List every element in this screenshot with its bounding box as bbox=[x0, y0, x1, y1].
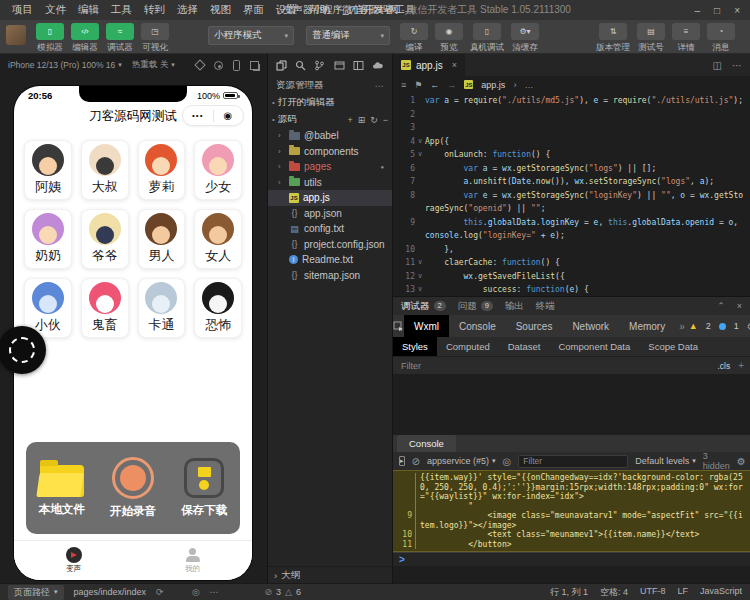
console-tab[interactable]: Console bbox=[397, 435, 456, 452]
collapse-panel-icon[interactable]: ⌃ bbox=[717, 301, 725, 311]
code-area[interactable]: 1var a = require("./utils/md5.js"), e = … bbox=[393, 93, 750, 296]
open-editors-section[interactable]: • 打开的编辑器 bbox=[268, 94, 392, 111]
fold-icon[interactable]: ∨ bbox=[415, 148, 425, 162]
status-item[interactable]: UTF-8 bbox=[640, 586, 666, 599]
capsule-menu[interactable]: ••• ◉ bbox=[182, 105, 244, 126]
voice-avatar-card[interactable]: 大叔 bbox=[81, 140, 129, 200]
view-toggle-button[interactable]: ◳可视化 bbox=[141, 23, 169, 54]
tree-item[interactable]: {}app.json bbox=[268, 206, 392, 222]
menu-item[interactable]: 选择 bbox=[171, 3, 204, 17]
status-item[interactable]: 空格: 4 bbox=[600, 586, 628, 599]
tree-item[interactable]: ›components bbox=[268, 144, 392, 160]
mode-select[interactable]: 小程序模式 ▾ bbox=[208, 26, 294, 45]
clear-console-icon[interactable]: ⊘ bbox=[412, 456, 420, 467]
status-item[interactable]: 行 1, 列 1 bbox=[550, 586, 588, 599]
current-page-path[interactable]: pages/index/index bbox=[74, 587, 147, 597]
fold-icon[interactable]: ∨ bbox=[415, 135, 425, 149]
console-prompt-row[interactable]: > bbox=[393, 552, 750, 566]
more-tabs-icon[interactable]: » bbox=[675, 321, 689, 332]
project-section[interactable]: • 源码 + ⊞ ↻ − bbox=[268, 111, 392, 128]
tree-item[interactable]: ›pages● bbox=[268, 159, 392, 175]
search-icon[interactable] bbox=[295, 60, 306, 71]
devtools-tab-console[interactable]: Console bbox=[449, 315, 506, 337]
styles-tab[interactable]: Scope Data bbox=[639, 337, 707, 356]
voice-avatar-card[interactable]: 恐怖 bbox=[194, 278, 242, 338]
screenshot-icon[interactable] bbox=[250, 61, 259, 70]
fold-icon[interactable]: ∨ bbox=[415, 283, 425, 296]
panel-tab[interactable]: 终端 bbox=[536, 300, 555, 313]
problems-indicator[interactable]: ⊘ 3 △ 6 bbox=[264, 587, 301, 597]
new-folder-icon[interactable]: ⊞ bbox=[358, 115, 366, 125]
voice-avatar-card[interactable]: 男人 bbox=[138, 209, 186, 269]
compile-action-button[interactable]: ⚙▾清缓存 bbox=[511, 23, 539, 54]
tabbar-item-profile[interactable]: 我的 bbox=[133, 541, 252, 580]
right-action-button[interactable]: ≡详情 bbox=[672, 23, 700, 54]
eye-icon[interactable]: ◎ bbox=[502, 456, 511, 467]
collapse-all-icon[interactable]: − bbox=[383, 115, 388, 125]
tabbar-item-voice[interactable]: 变声 bbox=[14, 541, 133, 580]
new-file-icon[interactable]: + bbox=[347, 115, 352, 125]
styles-tab[interactable]: Component Data bbox=[549, 337, 639, 356]
right-action-button[interactable]: ⇅版本管理 bbox=[596, 23, 630, 54]
voice-avatar-card[interactable]: 奶奶 bbox=[24, 209, 72, 269]
tree-item[interactable]: ▤config.txt bbox=[268, 221, 392, 237]
more-actions-icon[interactable]: ⋯ bbox=[375, 80, 385, 91]
menu-item[interactable]: 界面 bbox=[237, 3, 270, 17]
compile-mode-select[interactable]: 普通编译 ▾ bbox=[306, 26, 390, 45]
breadcrumb-more[interactable]: … bbox=[524, 80, 533, 90]
vinyl-record-icon[interactable] bbox=[0, 326, 46, 374]
panel-tab[interactable]: 调试器2 bbox=[401, 300, 446, 313]
voice-avatar-card[interactable]: 少女 bbox=[194, 140, 242, 200]
status-item[interactable]: LF bbox=[677, 586, 688, 599]
phone-action-save[interactable]: 保存下载 bbox=[181, 458, 227, 518]
execution-context-select[interactable]: appservice (#5)▾ bbox=[427, 456, 496, 466]
tree-item[interactable]: ›@babel bbox=[268, 128, 392, 144]
right-action-button[interactable]: ▤测试号 bbox=[637, 23, 665, 54]
tree-item[interactable]: iReadme.txt bbox=[268, 252, 392, 268]
close-button[interactable]: × bbox=[734, 5, 740, 16]
styles-tab[interactable]: Styles bbox=[393, 337, 437, 356]
more-icon[interactable]: ⋯ bbox=[209, 587, 218, 597]
fold-icon[interactable]: ∨ bbox=[415, 270, 425, 284]
log-levels-select[interactable]: Default levels▾ bbox=[635, 456, 696, 466]
console-sidebar-icon[interactable]: ▸ bbox=[399, 456, 405, 466]
device-select[interactable]: iPhone 12/13 (Pro) 100% 16▾ bbox=[8, 60, 122, 70]
gear-icon[interactable]: ⚙ bbox=[737, 456, 746, 467]
exit-miniprogram-icon[interactable]: ◉ bbox=[214, 110, 244, 121]
forward-icon[interactable]: → bbox=[447, 80, 456, 90]
devtools-tab-sources[interactable]: Sources bbox=[506, 315, 563, 337]
menu-item[interactable]: 工具 bbox=[105, 3, 138, 17]
cloud-icon[interactable] bbox=[372, 60, 384, 71]
menu-item[interactable]: 转到 bbox=[138, 3, 171, 17]
page-path-select[interactable]: 页面路径 ▾ bbox=[8, 585, 64, 600]
cls-toggle[interactable]: .cls bbox=[717, 361, 730, 371]
new-style-rule-icon[interactable]: + bbox=[738, 360, 744, 371]
console-filter-input[interactable] bbox=[518, 455, 628, 468]
voice-avatar-card[interactable]: 卡通 bbox=[138, 278, 186, 338]
eye-icon[interactable]: ◎ bbox=[192, 587, 200, 597]
more-actions-icon[interactable]: ⋯ bbox=[732, 60, 742, 71]
fold-icon[interactable]: ∨ bbox=[415, 256, 425, 270]
tree-item[interactable]: {}project.config.json bbox=[268, 237, 392, 253]
maximize-button[interactable]: □ bbox=[714, 5, 720, 16]
close-icon[interactable]: × bbox=[452, 60, 457, 70]
styles-filter-input[interactable] bbox=[399, 360, 717, 372]
tree-item[interactable]: {}sitemap.json bbox=[268, 268, 392, 284]
refresh-icon[interactable]: ↻ bbox=[370, 115, 378, 125]
devtools-tab-wxml[interactable]: Wxml bbox=[404, 315, 449, 337]
inspect-element-icon[interactable] bbox=[393, 321, 404, 332]
panel-tab[interactable]: 输出 bbox=[505, 300, 524, 313]
voice-avatar-card[interactable]: 阿姨 bbox=[24, 140, 72, 200]
voice-avatar-card[interactable]: 女人 bbox=[194, 209, 242, 269]
status-item[interactable]: JavaScript bbox=[700, 586, 742, 599]
refresh-page-icon[interactable]: ⟳ bbox=[156, 587, 164, 597]
voice-avatar-card[interactable]: 鬼畜 bbox=[81, 278, 129, 338]
compile-action-button[interactable]: ◉预览 bbox=[435, 23, 463, 54]
right-action-button[interactable]: ◔消息 bbox=[707, 23, 735, 54]
breadcrumb-file[interactable]: app.js bbox=[481, 80, 505, 90]
window-icon[interactable] bbox=[334, 60, 345, 71]
more-menu-icon[interactable]: ••• bbox=[183, 111, 213, 120]
warning-icon[interactable]: ▲ bbox=[689, 321, 698, 331]
outline-section[interactable]: › 大纲 bbox=[268, 566, 392, 583]
back-icon[interactable]: ← bbox=[430, 80, 439, 90]
